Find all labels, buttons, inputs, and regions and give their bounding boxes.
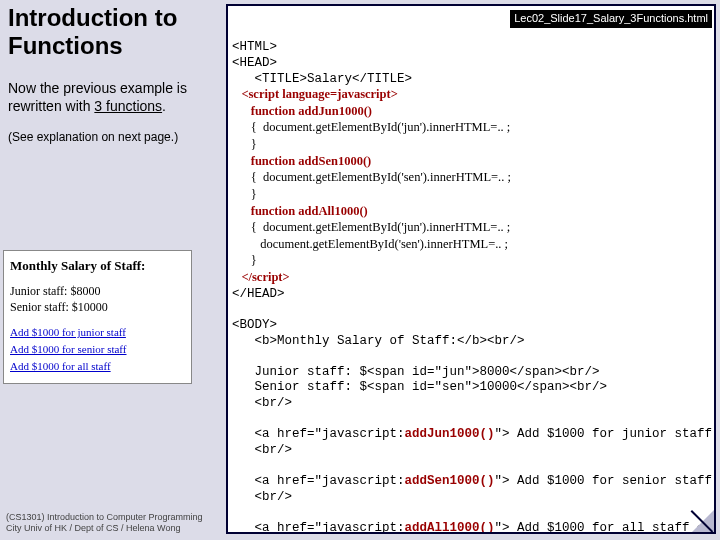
code-line: { document.getElementById('jun').innerHT…: [232, 220, 510, 234]
note: (See explanation on next page.): [8, 130, 223, 144]
slide-title: Introduction to Functions: [8, 4, 223, 59]
preview-link-senior[interactable]: Add $1000 for senior staff: [10, 342, 185, 357]
code-call-jun: addJun1000(): [405, 427, 495, 441]
code-line: <b>Monthly Salary of Staff:</b><br/>: [232, 334, 525, 348]
code-line: Senior staff: $<span id="sen">10000</spa…: [232, 380, 607, 394]
code-line: <HEAD>: [232, 56, 277, 70]
code-line: }: [232, 253, 257, 267]
footer-line2: City Univ of HK / Dept of CS / Helena Wo…: [6, 523, 203, 534]
code-script-close: </script>: [232, 270, 290, 284]
code-line: }: [232, 137, 257, 151]
code-line: <br/>: [232, 490, 292, 504]
code-seg: "> Add $1000 for senior staff </a>: [495, 474, 716, 488]
code-func-all: function addAll1000(): [232, 204, 368, 218]
code-line: <BODY>: [232, 318, 277, 332]
desc-underlined: 3 functions: [94, 98, 162, 114]
code-script-open: <script language=javascript>: [232, 87, 398, 101]
code-seg: "> Add $1000 for junior staff </a>: [495, 427, 716, 441]
code-seg: "> Add $1000 for all staff </a>: [495, 521, 716, 534]
code-line: <a href="javascript:addAll1000()"> Add $…: [232, 521, 716, 534]
code-line: </HEAD>: [232, 287, 285, 301]
filename-label: Lec02_Slide17_Salary_3Functions.html: [510, 10, 712, 28]
code-line: <a href="javascript:addJun1000()"> Add $…: [232, 427, 716, 441]
description: Now the previous example is rewritten wi…: [8, 79, 223, 115]
code-line: <br/>: [232, 396, 292, 410]
code-line: <a href="javascript:addSen1000()"> Add $…: [232, 474, 716, 488]
code-line: <TITLE>Salary</TITLE>: [232, 72, 412, 86]
left-column: Introduction to Functions Now the previo…: [8, 4, 223, 144]
code-panel: Lec02_Slide17_Salary_3Functions.html <HT…: [226, 4, 716, 534]
page-curl-line: [692, 510, 714, 532]
preview-link-junior[interactable]: Add $1000 for junior staff: [10, 325, 185, 340]
preview-links: Add $1000 for junior staff Add $1000 for…: [10, 325, 185, 374]
slide-footer: (CS1301) Introduction to Computer Progra…: [6, 512, 203, 534]
code-line: <HTML>: [232, 40, 277, 54]
code-line: Junior staff: $<span id="jun">8000</span…: [232, 365, 600, 379]
code-line: }: [232, 187, 257, 201]
code-seg: <a href="javascript:: [232, 427, 405, 441]
code-seg: <a href="javascript:: [232, 474, 405, 488]
code-line: { document.getElementById('jun').innerHT…: [232, 120, 510, 134]
code-call-sen: addSen1000(): [405, 474, 495, 488]
preview-line-senior: Senior staff: $10000: [10, 299, 185, 315]
code-line: <br/>: [232, 443, 292, 457]
desc-post: .: [162, 98, 166, 114]
code-seg: <a href="javascript:: [232, 521, 405, 534]
preview-link-all[interactable]: Add $1000 for all staff: [10, 359, 185, 374]
code-func-sen: function addSen1000(): [232, 154, 371, 168]
code-call-all: addAll1000(): [405, 521, 495, 534]
code-func-jun: function addJun1000(): [232, 104, 372, 118]
preview-header: Monthly Salary of Staff:: [10, 257, 185, 275]
rendered-preview: Monthly Salary of Staff: Junior staff: $…: [3, 250, 192, 384]
code-line: document.getElementById('sen').innerHTML…: [232, 237, 508, 251]
footer-line1: (CS1301) Introduction to Computer Progra…: [6, 512, 203, 523]
code-line: { document.getElementById('sen').innerHT…: [232, 170, 511, 184]
preview-line-junior: Junior staff: $8000: [10, 283, 185, 299]
